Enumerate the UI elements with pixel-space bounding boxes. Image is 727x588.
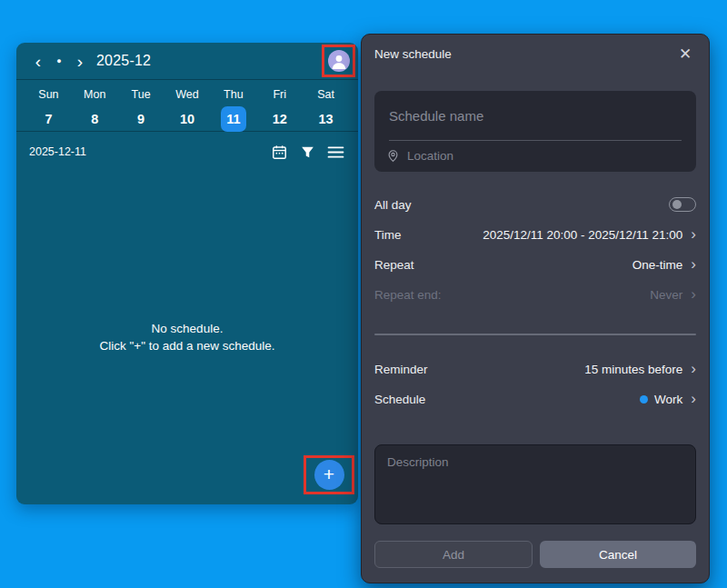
repeat-end-label: Repeat end: bbox=[374, 288, 442, 302]
weekday-label: Tue bbox=[118, 88, 164, 101]
chevron-right-icon: › bbox=[691, 226, 696, 244]
all-day-toggle[interactable] bbox=[669, 197, 696, 212]
dialog-buttons: Add Cancel bbox=[374, 541, 696, 568]
schedule-category-label: Schedule bbox=[374, 393, 425, 406]
repeat-label: Repeat bbox=[374, 258, 414, 272]
agenda-toolbar bbox=[269, 142, 345, 162]
date-cell[interactable]: 10 bbox=[164, 106, 211, 132]
month-title: 2025-12 bbox=[96, 53, 151, 69]
section-divider bbox=[374, 334, 696, 335]
next-month-button[interactable]: › bbox=[69, 49, 91, 73]
description-card bbox=[374, 444, 696, 524]
time-label: Time bbox=[374, 228, 402, 242]
agenda-date-label: 2025-12-11 bbox=[29, 145, 86, 158]
empty-state-line2: Click "+" to add a new schedule. bbox=[16, 337, 358, 354]
prev-month-button[interactable]: ‹ bbox=[27, 49, 49, 73]
date-cell[interactable]: 13 bbox=[303, 106, 349, 132]
date-label: 7 bbox=[35, 106, 61, 132]
location-input[interactable] bbox=[407, 149, 684, 163]
calendar-view-icon[interactable] bbox=[269, 142, 289, 162]
weekday-label: Thu bbox=[210, 88, 256, 101]
chevron-right-icon: › bbox=[691, 361, 696, 378]
all-day-row: All day bbox=[374, 189, 696, 220]
plus-icon: + bbox=[324, 464, 334, 483]
all-day-label: All day bbox=[374, 198, 412, 212]
date-cell[interactable]: 8 bbox=[72, 106, 118, 132]
avatar[interactable] bbox=[328, 50, 350, 72]
date-label: 10 bbox=[174, 106, 200, 132]
chevron-right-icon: › bbox=[691, 256, 696, 274]
location-pin-icon bbox=[386, 149, 400, 163]
name-location-card bbox=[374, 91, 696, 172]
dialog-header: New schedule ✕ bbox=[374, 45, 696, 63]
menu-icon[interactable] bbox=[325, 142, 345, 162]
weekday-label: Fri bbox=[256, 88, 303, 101]
weekday-label: Sun bbox=[25, 88, 72, 101]
description-input[interactable] bbox=[375, 445, 695, 523]
schedule-category-value: Work bbox=[654, 393, 682, 406]
date-label: 12 bbox=[267, 106, 293, 132]
date-label: 13 bbox=[314, 106, 339, 132]
calendar-panel: ‹ ● › 2025-12 Sun Mon Tue Wed Thu Fri Sa… bbox=[16, 43, 358, 504]
close-icon: ✕ bbox=[679, 45, 692, 64]
weekday-label: Wed bbox=[164, 88, 211, 101]
toggle-knob bbox=[672, 200, 682, 209]
date-label: 11 bbox=[221, 106, 246, 132]
add-button[interactable]: Add bbox=[374, 541, 533, 568]
location-row bbox=[374, 141, 696, 171]
reminder-label: Reminder bbox=[374, 363, 428, 376]
new-schedule-dialog: New schedule ✕ All day Time 2025/12/11 2… bbox=[361, 34, 710, 583]
time-value: 2025/12/11 20:00 - 2025/12/11 21:00 bbox=[483, 228, 682, 242]
chevron-right-icon: › bbox=[691, 391, 696, 408]
person-icon bbox=[328, 50, 350, 72]
filter-icon[interactable] bbox=[297, 142, 317, 162]
empty-state: No schedule. Click "+" to add a new sche… bbox=[16, 320, 358, 354]
repeat-value: One-time bbox=[632, 258, 683, 272]
repeat-row[interactable]: Repeat One-time › bbox=[374, 250, 696, 280]
date-cell[interactable]: 12 bbox=[256, 106, 303, 132]
schedule-name-input[interactable] bbox=[374, 91, 696, 140]
time-row[interactable]: Time 2025/12/11 20:00 - 2025/12/11 21:00… bbox=[374, 220, 696, 250]
reminder-value: 15 minutes before bbox=[584, 363, 682, 376]
close-button[interactable]: ✕ bbox=[674, 44, 696, 64]
annotation-box-avatar bbox=[322, 45, 355, 77]
add-schedule-fab[interactable]: + bbox=[314, 460, 344, 490]
category-color-dot bbox=[640, 395, 648, 404]
reminder-row[interactable]: Reminder 15 minutes before › bbox=[374, 354, 696, 384]
repeat-end-value: Never bbox=[650, 288, 682, 302]
weekday-label: Mon bbox=[72, 88, 118, 101]
today-dot-button[interactable]: ● bbox=[49, 49, 69, 73]
chevron-right-icon: › bbox=[691, 286, 696, 304]
date-label: 8 bbox=[82, 106, 107, 132]
agenda-header: 2025-12-11 bbox=[16, 132, 358, 172]
date-label: 9 bbox=[128, 106, 154, 132]
cancel-button[interactable]: Cancel bbox=[540, 541, 696, 568]
weekday-row: Sun Mon Tue Wed Thu Fri Sat bbox=[16, 82, 358, 106]
dialog-title: New schedule bbox=[374, 47, 452, 61]
annotation-box-fab: + bbox=[304, 455, 354, 494]
calendar-header: ‹ ● › 2025-12 bbox=[16, 43, 358, 80]
date-cell-selected[interactable]: 11 bbox=[210, 106, 256, 132]
empty-state-line1: No schedule. bbox=[16, 320, 358, 337]
date-row: 7 8 9 10 11 12 13 bbox=[16, 106, 358, 132]
repeat-end-row: Repeat end: Never › bbox=[374, 280, 696, 310]
date-cell[interactable]: 9 bbox=[118, 106, 164, 132]
schedule-category-row[interactable]: Schedule Work › bbox=[374, 384, 696, 414]
date-cell[interactable]: 7 bbox=[25, 106, 72, 132]
weekday-label: Sat bbox=[303, 88, 349, 101]
